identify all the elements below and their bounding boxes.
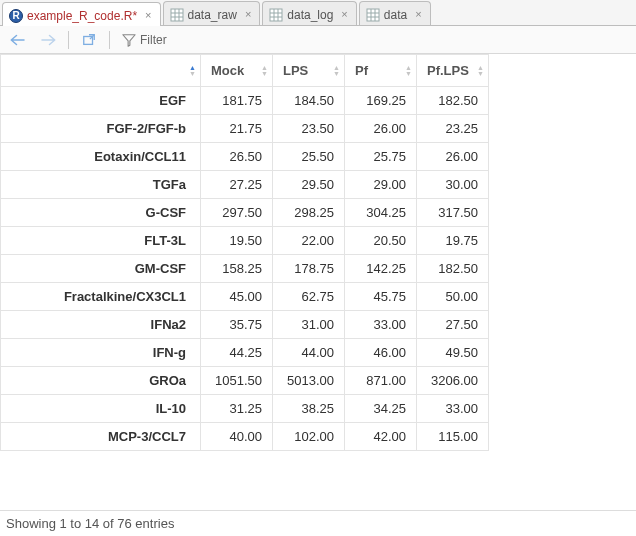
tab-example-r-code-r-[interactable]: Rexample_R_code.R*×: [2, 2, 161, 26]
row-label[interactable]: TGFa: [1, 171, 201, 199]
funnel-icon: [122, 33, 136, 47]
data-table-viewport[interactable]: ▲▼Mock▲▼LPS▲▼Pf▲▼Pf.LPS▲▼ EGF181.75184.5…: [0, 54, 636, 510]
row-label[interactable]: GROa: [1, 367, 201, 395]
cell[interactable]: 1051.50: [201, 367, 273, 395]
cell[interactable]: 297.50: [201, 199, 273, 227]
cell[interactable]: 62.75: [273, 283, 345, 311]
cell[interactable]: 317.50: [417, 199, 489, 227]
cell[interactable]: 3206.00: [417, 367, 489, 395]
cell[interactable]: 50.00: [417, 283, 489, 311]
row-names-header[interactable]: ▲▼: [1, 55, 201, 87]
cell[interactable]: 31.00: [273, 311, 345, 339]
cell[interactable]: 169.25: [345, 87, 417, 115]
row-label[interactable]: IFN-g: [1, 339, 201, 367]
sort-icon: ▲▼: [261, 65, 268, 77]
cell[interactable]: 25.50: [273, 143, 345, 171]
cell[interactable]: 30.00: [417, 171, 489, 199]
cell[interactable]: 102.00: [273, 423, 345, 451]
cell[interactable]: 182.50: [417, 255, 489, 283]
cell[interactable]: 21.75: [201, 115, 273, 143]
column-header-mock[interactable]: Mock▲▼: [201, 55, 273, 87]
cell[interactable]: 31.25: [201, 395, 273, 423]
data-frame-icon: [269, 8, 283, 22]
cell[interactable]: 33.00: [417, 395, 489, 423]
sort-icon: ▲▼: [189, 65, 196, 77]
cell[interactable]: 40.00: [201, 423, 273, 451]
cell[interactable]: 182.50: [417, 87, 489, 115]
cell[interactable]: 298.25: [273, 199, 345, 227]
cell[interactable]: 44.00: [273, 339, 345, 367]
cell[interactable]: 49.50: [417, 339, 489, 367]
close-icon[interactable]: ×: [415, 9, 421, 20]
cell[interactable]: 181.75: [201, 87, 273, 115]
cell[interactable]: 20.50: [345, 227, 417, 255]
cell[interactable]: 871.00: [345, 367, 417, 395]
cell[interactable]: 45.00: [201, 283, 273, 311]
data-frame-icon: [366, 8, 380, 22]
cell[interactable]: 26.00: [417, 143, 489, 171]
cell[interactable]: 34.25: [345, 395, 417, 423]
cell[interactable]: 178.75: [273, 255, 345, 283]
column-header-lps[interactable]: LPS▲▼: [273, 55, 345, 87]
data-frame-icon: [170, 8, 184, 22]
cell[interactable]: 115.00: [417, 423, 489, 451]
cell[interactable]: 26.50: [201, 143, 273, 171]
sort-icon: ▲▼: [477, 65, 484, 77]
cell[interactable]: 26.00: [345, 115, 417, 143]
row-label[interactable]: MCP-3/CCL7: [1, 423, 201, 451]
tab-data-log[interactable]: data_log×: [262, 1, 356, 25]
cell[interactable]: 19.50: [201, 227, 273, 255]
row-label[interactable]: Eotaxin/CCL11: [1, 143, 201, 171]
cell[interactable]: 38.25: [273, 395, 345, 423]
cell[interactable]: 44.25: [201, 339, 273, 367]
cell[interactable]: 5013.00: [273, 367, 345, 395]
cell[interactable]: 158.25: [201, 255, 273, 283]
cell[interactable]: 27.25: [201, 171, 273, 199]
cell[interactable]: 25.75: [345, 143, 417, 171]
popout-icon: [81, 33, 97, 47]
cell[interactable]: 142.25: [345, 255, 417, 283]
cell[interactable]: 35.75: [201, 311, 273, 339]
close-icon[interactable]: ×: [341, 9, 347, 20]
forward-button[interactable]: [36, 30, 60, 50]
table-row: G-CSF297.50298.25304.25317.50: [1, 199, 489, 227]
row-label[interactable]: IL-10: [1, 395, 201, 423]
sort-icon: ▲▼: [333, 65, 340, 77]
table-row: Fractalkine/CX3CL145.0062.7545.7550.00: [1, 283, 489, 311]
cell[interactable]: 29.00: [345, 171, 417, 199]
column-header-pf[interactable]: Pf▲▼: [345, 55, 417, 87]
row-label[interactable]: GM-CSF: [1, 255, 201, 283]
cell[interactable]: 45.75: [345, 283, 417, 311]
popout-button[interactable]: [77, 30, 101, 50]
cell[interactable]: 23.50: [273, 115, 345, 143]
cell[interactable]: 29.50: [273, 171, 345, 199]
table-row: FGF-2/FGF-b21.7523.5026.0023.25: [1, 115, 489, 143]
cell[interactable]: 304.25: [345, 199, 417, 227]
close-icon[interactable]: ×: [145, 10, 151, 21]
cell[interactable]: 33.00: [345, 311, 417, 339]
cell[interactable]: 42.00: [345, 423, 417, 451]
tab-data[interactable]: data×: [359, 1, 431, 25]
row-label[interactable]: FLT-3L: [1, 227, 201, 255]
row-label[interactable]: Fractalkine/CX3CL1: [1, 283, 201, 311]
cell[interactable]: 23.25: [417, 115, 489, 143]
back-button[interactable]: [6, 30, 30, 50]
cell[interactable]: 19.75: [417, 227, 489, 255]
table-row: TGFa27.2529.5029.0030.00: [1, 171, 489, 199]
filter-button[interactable]: Filter: [118, 33, 171, 47]
row-label[interactable]: IFNa2: [1, 311, 201, 339]
r-file-icon: R: [9, 9, 23, 23]
column-header-pf-lps[interactable]: Pf.LPS▲▼: [417, 55, 489, 87]
cell[interactable]: 46.00: [345, 339, 417, 367]
cell[interactable]: 184.50: [273, 87, 345, 115]
tab-label: data_raw: [188, 8, 237, 22]
row-label[interactable]: EGF: [1, 87, 201, 115]
close-icon[interactable]: ×: [245, 9, 251, 20]
row-label[interactable]: FGF-2/FGF-b: [1, 115, 201, 143]
row-label[interactable]: G-CSF: [1, 199, 201, 227]
cell[interactable]: 22.00: [273, 227, 345, 255]
column-label: Pf.LPS: [427, 63, 469, 78]
table-row: GM-CSF158.25178.75142.25182.50: [1, 255, 489, 283]
cell[interactable]: 27.50: [417, 311, 489, 339]
tab-data-raw[interactable]: data_raw×: [163, 1, 261, 25]
